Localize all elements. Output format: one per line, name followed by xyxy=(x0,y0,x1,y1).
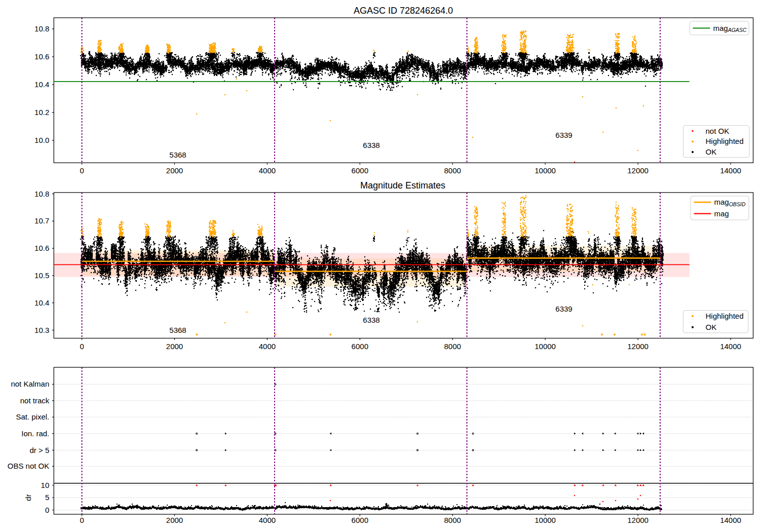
svg-text:8000: 8000 xyxy=(444,516,461,524)
svg-text:OK: OK xyxy=(706,323,717,331)
svg-text:6000: 6000 xyxy=(352,516,368,524)
svg-text:5368: 5368 xyxy=(169,150,186,159)
svg-text:OK: OK xyxy=(706,147,717,156)
svg-text:2000: 2000 xyxy=(166,516,183,524)
svg-text:10.6: 10.6 xyxy=(34,244,49,252)
svg-text:not OK: not OK xyxy=(706,127,730,135)
svg-text:Sat. pixel.: Sat. pixel. xyxy=(16,412,49,421)
svg-text:4000: 4000 xyxy=(259,342,276,351)
svg-text:0: 0 xyxy=(80,516,84,524)
svg-text:6339: 6339 xyxy=(555,305,572,313)
svg-text:12000: 12000 xyxy=(627,166,649,175)
svg-text:4000: 4000 xyxy=(259,166,276,175)
svg-text:0: 0 xyxy=(45,506,49,514)
svg-text:5368: 5368 xyxy=(169,326,186,334)
svg-text:6000: 6000 xyxy=(352,166,368,175)
svg-text:not Kalman: not Kalman xyxy=(11,379,49,388)
svg-text:10000: 10000 xyxy=(535,166,556,175)
svg-text:2000: 2000 xyxy=(166,166,183,175)
svg-text:not track: not track xyxy=(20,396,50,405)
svg-text:10.7: 10.7 xyxy=(34,216,49,225)
svg-text:2000: 2000 xyxy=(166,342,183,351)
svg-text:Ion. rad.: Ion. rad. xyxy=(21,429,49,438)
svg-text:5: 5 xyxy=(45,493,49,502)
svg-text:dr > 5: dr > 5 xyxy=(30,446,50,454)
svg-text:10.0: 10.0 xyxy=(34,136,49,144)
svg-text:10.3: 10.3 xyxy=(34,326,49,334)
svg-text:Highlighted: Highlighted xyxy=(706,137,744,145)
svg-text:10000: 10000 xyxy=(535,342,556,351)
svg-text:mag: mag xyxy=(714,209,729,218)
svg-text:14000: 14000 xyxy=(720,516,741,524)
svg-text:6338: 6338 xyxy=(363,316,379,324)
svg-text:8000: 8000 xyxy=(444,342,461,351)
svg-text:14000: 14000 xyxy=(720,342,741,351)
svg-text:10.5: 10.5 xyxy=(34,271,49,280)
svg-text:10: 10 xyxy=(41,481,50,489)
svg-text:0: 0 xyxy=(80,166,84,175)
svg-text:12000: 12000 xyxy=(627,516,649,524)
svg-text:Magnitude Estimates: Magnitude Estimates xyxy=(360,180,445,191)
svg-text:OBS not OK: OBS not OK xyxy=(8,462,50,470)
svg-text:10.4: 10.4 xyxy=(34,298,49,307)
svg-text:10.2: 10.2 xyxy=(34,108,49,117)
svg-text:4000: 4000 xyxy=(259,516,276,524)
svg-text:14000: 14000 xyxy=(720,166,741,175)
svg-text:10.8: 10.8 xyxy=(34,24,49,33)
svg-text:10.6: 10.6 xyxy=(34,52,49,61)
svg-text:dr: dr xyxy=(24,494,32,501)
svg-text:10000: 10000 xyxy=(535,516,556,524)
svg-text:0: 0 xyxy=(80,342,84,351)
svg-text:6339: 6339 xyxy=(555,131,572,139)
svg-text:8000: 8000 xyxy=(444,166,461,175)
svg-text:AGASC ID 728246264.0: AGASC ID 728246264.0 xyxy=(354,6,453,16)
svg-text:Highlighted: Highlighted xyxy=(706,312,744,320)
svg-text:6338: 6338 xyxy=(363,141,379,149)
svg-text:12000: 12000 xyxy=(627,342,649,351)
svg-text:10.4: 10.4 xyxy=(34,80,49,89)
svg-text:6000: 6000 xyxy=(352,342,368,351)
svg-text:10.8: 10.8 xyxy=(34,189,49,198)
